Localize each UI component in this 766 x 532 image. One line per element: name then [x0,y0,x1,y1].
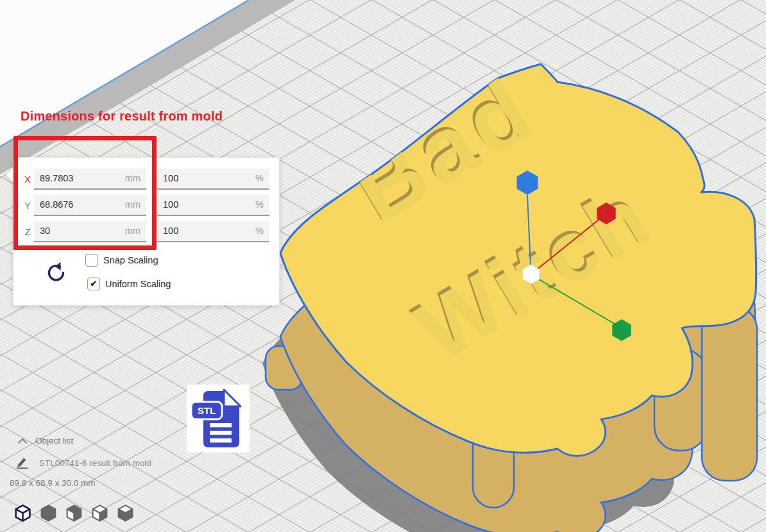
stl-badge-label: STL [198,405,216,416]
uniform-scaling-row: ✔ Uniform Scaling [13,278,279,293]
model-bad-witch-mold[interactable]: Bad Witch Bad Witch [262,31,757,532]
scale-z-percent-unit: % [255,221,264,241]
view-3d-icon [13,503,33,523]
view-left-icon [90,503,110,523]
scale-x-percent-input[interactable]: 100 % [157,169,269,190]
object-list-item[interactable]: STL00741-6 result from mold [15,456,151,469]
view-top-icon [64,503,84,523]
scale-z-percent-value: 100 [163,221,178,241]
view-top-button[interactable] [64,503,84,523]
chevron-up-icon [17,437,28,445]
snap-scaling-label: Snap Scaling [103,254,158,267]
object-dimensions: 89.8 x 68.9 x 30.0 mm [10,478,96,488]
rename-pencil-icon [15,456,31,469]
object-list-header[interactable]: Object list [17,436,73,445]
scale-x-percent-value: 100 [163,169,178,188]
scale-y-percent-value: 100 [163,195,178,215]
panel-notch [6,168,13,182]
uniform-scaling-label: Uniform Scaling [105,278,171,291]
slicer-app: Bad Witch Bad Witch Dimensions for resul… [0,0,766,532]
camera-view-toolbar [13,503,135,523]
view-front-button[interactable] [38,503,58,523]
scale-y-percent-input[interactable]: 100 % [157,195,269,216]
object-list-title: Object list [35,436,73,445]
annotation-highlight-box [13,136,157,250]
uniform-scaling-checkmark: ✔ [90,279,98,288]
model-tab-wall [702,306,757,481]
view-front-icon [38,503,58,523]
snap-scaling-checkbox[interactable] [85,254,98,267]
view-left-button[interactable] [90,503,110,523]
stl-file-icon: STL [187,385,250,453]
snap-scaling-row: Snap Scaling [13,254,279,269]
uniform-scaling-checkbox[interactable]: ✔ [87,278,100,290]
view-3d-button[interactable] [13,503,33,523]
scale-y-percent-unit: % [255,195,264,215]
stl-document-icon: STL [187,385,250,453]
object-item-name: STL00741-6 result from mold [39,458,151,468]
annotation-title: Dimensions for result from mold [21,109,223,124]
scale-x-percent-unit: % [255,169,264,188]
scale-z-percent-input[interactable]: 100 % [157,221,269,242]
view-right-icon [115,503,135,523]
view-right-button[interactable] [115,503,135,523]
